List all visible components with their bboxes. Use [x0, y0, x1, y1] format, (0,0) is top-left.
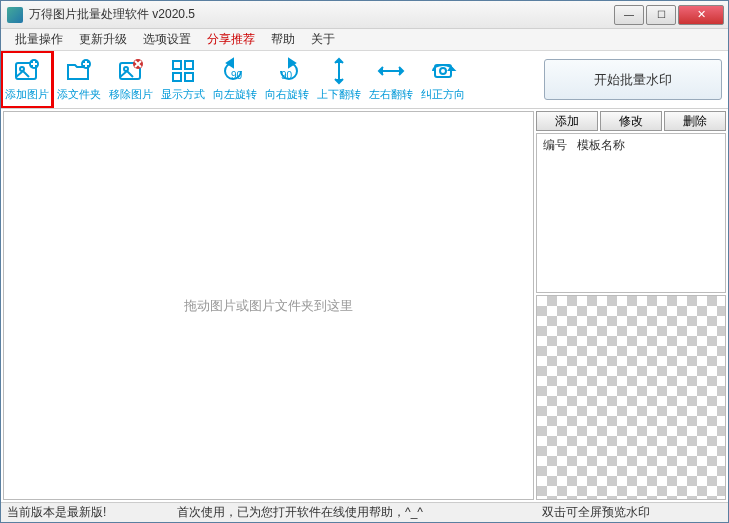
app-icon	[7, 7, 23, 23]
modify-template-button[interactable]: 修改	[600, 111, 662, 131]
menu-1[interactable]: 更新升级	[71, 29, 135, 50]
tool-view-mode[interactable]: 显示方式	[157, 51, 209, 108]
menu-2[interactable]: 选项设置	[135, 29, 199, 50]
minimize-button[interactable]	[614, 5, 644, 25]
status-preview-hint: 双击可全屏预览水印	[542, 504, 722, 521]
tool-flip-v[interactable]: 上下翻转	[313, 51, 365, 108]
rotate-right-icon: 90	[273, 57, 301, 85]
tool-label: 纠正方向	[421, 87, 465, 102]
status-help: 首次使用，已为您打开软件在线使用帮助，^_^	[177, 504, 542, 521]
tool-rotate-right[interactable]: 90向右旋转	[261, 51, 313, 108]
window-controls	[612, 5, 724, 25]
main-area: 拖动图片或图片文件夹到这里 添加 修改 删除 编号 模板名称	[1, 109, 728, 502]
svg-text:90: 90	[281, 70, 293, 81]
titlebar: 万得图片批量处理软件 v2020.5	[1, 1, 728, 29]
svg-rect-10	[185, 73, 193, 81]
tool-auto-orient[interactable]: 纠正方向	[417, 51, 469, 108]
menu-0[interactable]: 批量操作	[7, 29, 71, 50]
menubar: 批量操作更新升级选项设置分享推荐帮助关于	[1, 29, 728, 51]
toolbar: 添加图片添文件夹移除图片显示方式90向左旋转90向右旋转上下翻转左右翻转纠正方向…	[1, 51, 728, 109]
tool-label: 添加图片	[5, 87, 49, 102]
menu-4[interactable]: 帮助	[263, 29, 303, 50]
auto-orient-icon	[429, 57, 457, 85]
close-button[interactable]	[678, 5, 724, 25]
tool-label: 显示方式	[161, 87, 205, 102]
watermark-preview[interactable]	[536, 295, 726, 500]
tool-remove-image[interactable]: 移除图片	[105, 51, 157, 108]
delete-template-button[interactable]: 删除	[664, 111, 726, 131]
svg-rect-7	[173, 61, 181, 69]
tool-label: 向右旋转	[265, 87, 309, 102]
tool-flip-h[interactable]: 左右翻转	[365, 51, 417, 108]
svg-rect-8	[185, 61, 193, 69]
svg-point-14	[440, 68, 446, 74]
tool-rotate-left[interactable]: 90向左旋转	[209, 51, 261, 108]
menu-3[interactable]: 分享推荐	[199, 29, 263, 50]
view-mode-icon	[169, 57, 197, 85]
maximize-button[interactable]	[646, 5, 676, 25]
add-image-icon	[13, 57, 41, 85]
add-folder-icon	[65, 57, 93, 85]
tool-label: 添文件夹	[57, 87, 101, 102]
flip-h-icon	[377, 57, 405, 85]
tool-label: 左右翻转	[369, 87, 413, 102]
tool-label: 移除图片	[109, 87, 153, 102]
drop-area[interactable]: 拖动图片或图片文件夹到这里	[3, 111, 534, 500]
rotate-left-icon: 90	[221, 57, 249, 85]
template-buttons: 添加 修改 删除	[536, 111, 726, 131]
side-panel: 添加 修改 删除 编号 模板名称	[536, 111, 726, 500]
tool-label: 上下翻转	[317, 87, 361, 102]
flip-v-icon	[325, 57, 353, 85]
start-batch-button[interactable]: 开始批量水印	[544, 59, 722, 100]
add-template-button[interactable]: 添加	[536, 111, 598, 131]
svg-rect-9	[173, 73, 181, 81]
template-header: 编号 模板名称	[537, 134, 725, 157]
tool-label: 向左旋转	[213, 87, 257, 102]
template-list[interactable]: 编号 模板名称	[536, 133, 726, 293]
remove-image-icon	[117, 57, 145, 85]
menu-5[interactable]: 关于	[303, 29, 343, 50]
window-title: 万得图片批量处理软件 v2020.5	[29, 6, 612, 23]
tool-add-image[interactable]: 添加图片	[1, 51, 53, 108]
app-window: 万得图片批量处理软件 v2020.5 批量操作更新升级选项设置分享推荐帮助关于 …	[0, 0, 729, 523]
statusbar: 当前版本是最新版! 首次使用，已为您打开软件在线使用帮助，^_^ 双击可全屏预览…	[1, 502, 728, 522]
status-version: 当前版本是最新版!	[7, 504, 177, 521]
tool-add-folder[interactable]: 添文件夹	[53, 51, 105, 108]
svg-text:90: 90	[231, 70, 243, 81]
col-id: 编号	[543, 137, 567, 154]
col-name: 模板名称	[577, 137, 625, 154]
